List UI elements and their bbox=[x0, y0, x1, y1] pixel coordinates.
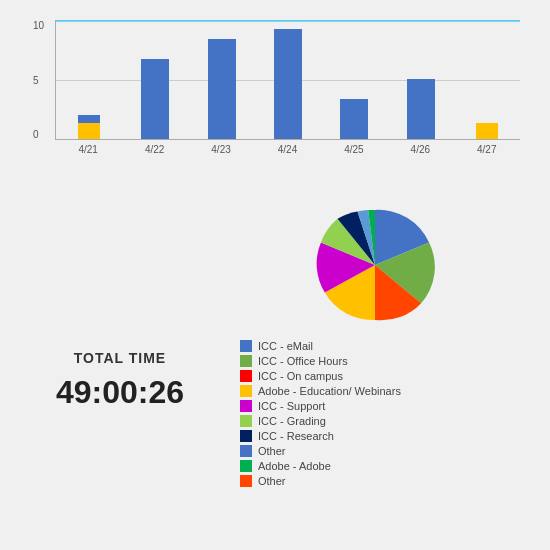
x-label-424: 4/24 bbox=[254, 144, 320, 155]
legend-item-grading: ICC - Grading bbox=[240, 415, 401, 427]
legend-label-other2: Other bbox=[258, 475, 286, 487]
legend-label-support: ICC - Support bbox=[258, 400, 325, 412]
bar-group-424 bbox=[255, 20, 321, 139]
bar-group-427 bbox=[454, 20, 520, 139]
legend-item-on-campus: ICC - On campus bbox=[240, 370, 401, 382]
legend-color-on-campus bbox=[240, 370, 252, 382]
legend-label-other1: Other bbox=[258, 445, 286, 457]
total-time-label: TOTAL TIME bbox=[74, 350, 166, 366]
legend-color-other2 bbox=[240, 475, 252, 487]
legend-item-other1: Other bbox=[240, 445, 401, 457]
legend-item-email: ICC - eMail bbox=[240, 340, 401, 352]
y-label-10: 10 bbox=[33, 20, 44, 31]
bar-group-425 bbox=[321, 20, 387, 139]
legend-label-adobe-adobe: Adobe - Adobe bbox=[258, 460, 331, 472]
main-container: 10 5 0 bbox=[0, 0, 550, 550]
total-time-value: 49:00:26 bbox=[56, 374, 184, 411]
legend-item-adobe-adobe: Adobe - Adobe bbox=[240, 460, 401, 472]
x-label-426: 4/26 bbox=[387, 144, 453, 155]
legend-label-adobe-edu: Adobe - Education/ Webinars bbox=[258, 385, 401, 397]
bar-group-423 bbox=[189, 20, 255, 139]
bar-group-422 bbox=[122, 20, 188, 139]
legend-color-research bbox=[240, 430, 252, 442]
legend-item-research: ICC - Research bbox=[240, 430, 401, 442]
legend-color-email bbox=[240, 340, 252, 352]
bottom-section: TOTAL TIME 49:00:26 bbox=[0, 180, 550, 550]
legend-label-email: ICC - eMail bbox=[258, 340, 313, 352]
legend-color-adobe-adobe bbox=[240, 460, 252, 472]
pie-legend-section: ICC - eMail ICC - Office Hours ICC - On … bbox=[220, 190, 530, 540]
legend-color-other1 bbox=[240, 445, 252, 457]
legend-item-adobe-edu: Adobe - Education/ Webinars bbox=[240, 385, 401, 397]
legend-item-support: ICC - Support bbox=[240, 400, 401, 412]
legend-label-research: ICC - Research bbox=[258, 430, 334, 442]
legend-color-support bbox=[240, 400, 252, 412]
bar-group-421 bbox=[56, 20, 122, 139]
x-label-423: 4/23 bbox=[188, 144, 254, 155]
x-label-427: 4/27 bbox=[454, 144, 520, 155]
legend-item-other2: Other bbox=[240, 475, 401, 487]
bar-chart-section: 10 5 0 bbox=[0, 0, 550, 180]
legend: ICC - eMail ICC - Office Hours ICC - On … bbox=[220, 340, 401, 487]
legend-label-on-campus: ICC - On campus bbox=[258, 370, 343, 382]
legend-label-grading: ICC - Grading bbox=[258, 415, 326, 427]
x-label-425: 4/25 bbox=[321, 144, 387, 155]
legend-color-adobe-edu bbox=[240, 385, 252, 397]
legend-label-office-hours: ICC - Office Hours bbox=[258, 355, 348, 367]
x-label-421: 4/21 bbox=[55, 144, 121, 155]
legend-item-office-hours: ICC - Office Hours bbox=[240, 355, 401, 367]
total-time-section: TOTAL TIME 49:00:26 bbox=[20, 190, 220, 540]
y-label-5: 5 bbox=[33, 75, 44, 86]
legend-color-office-hours bbox=[240, 355, 252, 367]
pie-chart bbox=[310, 200, 440, 330]
x-label-422: 4/22 bbox=[121, 144, 187, 155]
bar-group-426 bbox=[387, 20, 453, 139]
y-label-0: 0 bbox=[33, 129, 44, 140]
legend-color-grading bbox=[240, 415, 252, 427]
